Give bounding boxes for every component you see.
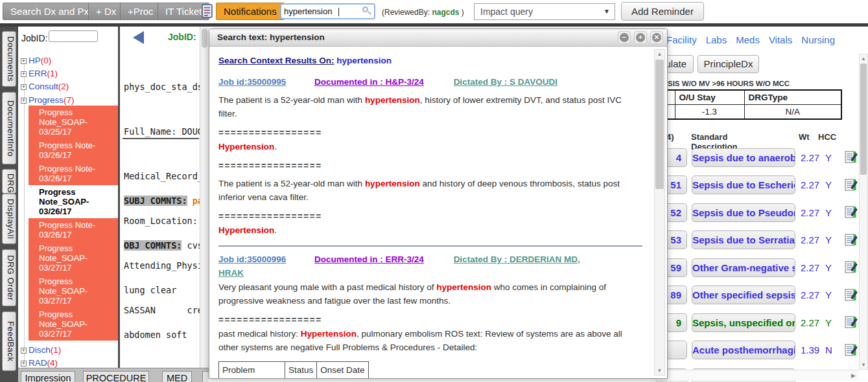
dictated-by-link[interactable]: HRAK	[218, 268, 244, 278]
dx-description-button[interactable]: Sepsis due to Serratia	[692, 230, 795, 249]
tab-drg-order[interactable]: DRG Order	[2, 249, 16, 306]
documented-in-link[interactable]: Documented in : H&P-3/24	[314, 77, 424, 87]
scroll-down-icon[interactable]: ▼	[655, 368, 664, 374]
dx-description-button[interactable]: Sepsis, unspecified or	[692, 313, 795, 332]
tree-node-rad[interactable]: +RAD(4)	[21, 358, 58, 368]
scrollbar-thumb[interactable]	[655, 60, 664, 189]
dx-hcc-flag: Y	[825, 234, 839, 245]
impact-query-value: Impact query	[480, 6, 533, 17]
scrollbar-thumb[interactable]	[860, 63, 867, 175]
table-cell: -1.3	[675, 105, 744, 120]
edit-note-icon[interactable]	[845, 234, 858, 247]
expand-icon[interactable]: +	[21, 348, 27, 354]
column-header: Problem	[219, 362, 285, 379]
list-item[interactable]: Progress Note_SOAP-03/25/17	[29, 106, 118, 139]
edit-note-icon[interactable]	[845, 151, 858, 164]
maximize-button[interactable]: +	[634, 31, 647, 44]
separator-line: =================	[218, 126, 642, 139]
link-facility[interactable]: Facility	[666, 34, 697, 45]
list-item[interactable]: Progress Note-03/26/17	[29, 139, 118, 162]
edit-note-icon[interactable]	[845, 206, 858, 219]
tree-node-consult[interactable]: +Consult(2)	[21, 82, 69, 91]
expand-icon[interactable]: +	[21, 84, 27, 90]
dx-description-button[interactable]: Other specified sepsis	[692, 286, 795, 304]
add-dx-button[interactable]: + Dx	[88, 3, 124, 20]
edit-note-icon[interactable]	[845, 344, 858, 357]
scroll-down-icon[interactable]: ▼	[860, 362, 867, 368]
add-reminder-button[interactable]: Add Reminder	[621, 2, 704, 21]
tab-feedback[interactable]: FeedBack	[2, 311, 16, 371]
tree-node-err[interactable]: +ERR(1)	[21, 69, 58, 78]
dx-weight: 2.27	[801, 207, 825, 218]
toolbar-divider	[0, 23, 868, 27]
tab-partial[interactable]	[202, 371, 209, 382]
document-icon[interactable]	[202, 4, 213, 18]
tab-documents[interactable]: Documents	[2, 31, 16, 87]
search-input[interactable]	[284, 5, 360, 17]
dx-description-button[interactable]: Sepsis due to Pseudor	[692, 203, 795, 222]
list-item[interactable]: Progress Note-03/26/17	[29, 162, 118, 185]
result-snippet: The patient is a 52-year-old man with hy…	[218, 93, 642, 120]
jobid-input[interactable]	[49, 30, 98, 42]
document-divider	[123, 138, 199, 139]
right-panel-hscrollbar[interactable]: ▶	[653, 370, 859, 381]
document-scrollbar[interactable]	[200, 27, 209, 368]
edit-note-icon[interactable]	[845, 261, 858, 274]
tree-node-progress[interactable]: +Progress(7)	[21, 95, 75, 105]
expand-icon[interactable]: +	[21, 71, 27, 77]
back-arrow-icon[interactable]	[133, 31, 144, 44]
list-item[interactable]: Progress Note_SOAP-03/27/17	[29, 308, 118, 341]
dx-description-button[interactable]: Sepsis due to Escheric	[692, 175, 795, 194]
scroll-up-icon[interactable]: ▲	[655, 51, 664, 57]
tab-drg[interactable]: DRG	[2, 169, 16, 194]
tree-node-hp[interactable]: +HP(0)	[21, 56, 51, 65]
dx-description-button[interactable]: Acute posthemorrhagi	[692, 341, 795, 359]
expand-icon[interactable]: +	[21, 58, 27, 64]
expand-icon[interactable]: +	[21, 361, 27, 366]
edit-note-icon[interactable]	[845, 289, 858, 302]
edit-note-icon[interactable]	[845, 179, 858, 192]
link-vitals[interactable]: Vitals	[769, 34, 792, 45]
dictated-by-link[interactable]: Dictated By : S DAVOUDI	[454, 77, 557, 87]
link-nursing[interactable]: Nursing	[801, 34, 835, 45]
modal-title-bar: Search text: hypertension − + ✕	[209, 29, 667, 47]
list-item-selected[interactable]: Progress Note_SOAP-03/26/17	[29, 185, 118, 218]
dx-description-button[interactable]: Sepsis due to anaerob	[692, 148, 795, 167]
right-panel-scrollbar[interactable]: ▲ ▼	[859, 54, 868, 370]
expand-icon[interactable]: +	[21, 98, 27, 104]
documented-in-link[interactable]: Documented in : ERR-3/24	[314, 254, 424, 264]
list-item[interactable]: Progress Note_SOAP-03/27/17	[29, 242, 118, 275]
tab-procedure[interactable]: PROCEDURE	[83, 371, 149, 382]
edit-note-icon[interactable]	[845, 316, 858, 329]
scrollbar-thumb[interactable]	[202, 28, 207, 48]
search-icon[interactable]	[362, 6, 371, 16]
tab-med[interactable]: MED	[162, 371, 192, 382]
link-labs[interactable]: Labs	[706, 34, 727, 45]
dx-hcc-flag: Y	[825, 262, 839, 273]
list-item[interactable]: Progress Note-03/26/17	[29, 218, 118, 242]
dx-description-button[interactable]: Other Gram-negative s	[692, 258, 795, 277]
scroll-up-icon[interactable]: ▲	[860, 56, 867, 62]
scroll-right-icon[interactable]: ▶	[851, 372, 856, 379]
job-id-link[interactable]: Job id:35000995	[218, 77, 286, 87]
minimize-button[interactable]: −	[618, 31, 631, 44]
link-meds[interactable]: Meds	[736, 34, 760, 45]
progress-notes-group: Progress Note_SOAP-03/25/17 Progress Not…	[29, 106, 118, 185]
problems-table: Problem Status Onset Date	[218, 361, 369, 378]
tree-node-disch[interactable]: +Disch(1)	[21, 345, 61, 355]
tab-impression[interactable]: Impression	[21, 371, 75, 382]
job-id-link[interactable]: Job id:35000996	[218, 254, 286, 264]
search-dx-px-button[interactable]: Search Dx and Px	[3, 3, 97, 20]
tab-display-all[interactable]: DisplayAll	[2, 194, 16, 244]
list-item[interactable]: Progress Note_SOAP-03/27/17	[29, 275, 118, 308]
tab-document-info[interactable]: DocumentInfo	[2, 92, 16, 164]
document-viewer-panel: JobID: phys_doc_sta_ds Full_Name: DOUGL …	[118, 27, 209, 368]
principledx-button[interactable]: PrincipleDx	[698, 55, 759, 73]
notifications-button[interactable]: Notifications	[216, 3, 285, 20]
modal-scrollbar[interactable]: ▲ ▼	[654, 49, 665, 376]
impact-query-select[interactable]: Impact query ▼	[474, 3, 615, 20]
close-icon[interactable]: ✕	[650, 31, 663, 44]
add-proc-button[interactable]: +Proc	[120, 3, 161, 20]
search-context-heading: Search Context Results On: hypertension	[218, 54, 642, 67]
dictated-by-link[interactable]: Dictated By : DERDERIAN MD,	[454, 254, 580, 264]
